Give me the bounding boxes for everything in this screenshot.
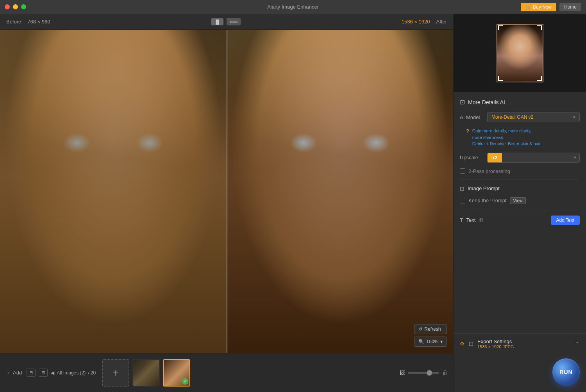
maximize-btn[interactable] (21, 4, 26, 9)
window-controls (5, 4, 26, 9)
corner-bl (498, 76, 503, 81)
preview-face (497, 25, 543, 82)
help-text-line3: Deblur + Denoise. Better skin & hair (472, 141, 541, 147)
main-layout: Before 768 × 960 ▐▌ ▭▭ 1536 × 1920 After (0, 14, 586, 392)
thumbnail-check-icon: ✓ (182, 378, 188, 385)
add-image-button[interactable]: ＋ Add (5, 368, 23, 378)
export-title: Export Settings (477, 339, 514, 344)
settings-panel: ⊡ More Details AI AI Model More-Detail G… (454, 92, 586, 333)
thumbnail-2[interactable]: ✓ (163, 359, 190, 387)
split-icon: ▐▌ (214, 20, 220, 24)
two-pass-row: 2-Pass processing (460, 168, 580, 174)
cart-icon: 🛒 (525, 4, 531, 10)
right-panel: ⊡ More Details AI AI Model More-Detail G… (453, 14, 586, 392)
two-pass-checkbox[interactable] (460, 168, 465, 174)
app-title: Aiarty Image Enhancer (267, 4, 319, 10)
view-prompt-button[interactable]: View (510, 197, 526, 204)
image-size-icon: 🖼 (400, 370, 405, 376)
zoom-dropdown-icon: ▾ (440, 339, 443, 344)
size-slider[interactable] (408, 372, 439, 374)
corner-br (537, 76, 542, 81)
enhance-icon: ⊡ (460, 98, 465, 106)
refresh-icon: ↺ (418, 326, 422, 332)
filmstrip-thumbs: + ✓ (102, 359, 400, 387)
canvas-overlay-controls: ↺ Refresh 🔍 100% ▾ (414, 324, 447, 347)
filmstrip-left: ＋ Add ⊞ ⊟ ◀ All Images (2) / 20 (5, 368, 96, 378)
image-prompt-row: ⊡ Image Prompt (460, 185, 580, 192)
preview-area (454, 14, 586, 92)
text-label: Text (466, 217, 476, 223)
run-container: RUN (454, 354, 586, 392)
titlebar-actions: 🛒 Buy Now Home (521, 3, 581, 11)
export-settings: ⚙ ⊡ Export Settings 1536 × 1920 JPEG ⌃ (454, 333, 586, 354)
upscale-dropdown-icon: ▾ (502, 155, 579, 160)
grid-view-button[interactable]: ⊞ (27, 369, 36, 377)
zoom-control[interactable]: 🔍 100% ▾ (414, 337, 447, 347)
after-image (227, 30, 453, 353)
add-text-button[interactable]: Add Text (551, 216, 580, 225)
text-trash-icon[interactable]: 🗑 (479, 217, 484, 223)
preview-thumbnail (497, 24, 543, 82)
chevron-up-icon[interactable]: ⌃ (575, 341, 580, 347)
buy-now-button[interactable]: 🛒 Buy Now (521, 3, 556, 11)
image-prompt-icon: ⊡ (460, 185, 465, 192)
corner-tl (498, 25, 503, 30)
plus-icon-thumb: + (113, 367, 119, 379)
section-title-text: More Details AI (468, 99, 505, 105)
after-size: 1536 × 1920 (402, 19, 430, 25)
filmstrip: ＋ Add ⊞ ⊟ ◀ All Images (2) / 20 + (0, 353, 453, 392)
run-button[interactable]: RUN (552, 358, 580, 386)
zoom-icon: 🔍 (418, 339, 424, 344)
split-controls: ▐▌ ▭▭ (211, 18, 241, 25)
keep-prompt-checkbox[interactable] (460, 198, 465, 203)
refresh-button[interactable]: ↺ Refresh (414, 324, 447, 334)
help-text-line2: more sharpness. (472, 134, 541, 141)
ai-model-label: AI Model (460, 114, 487, 120)
ai-model-row: AI Model More-Detail GAN v2 ▾ (460, 112, 580, 122)
export-left: ⚙ ⊡ Export Settings 1536 × 1920 JPEG (460, 339, 514, 349)
after-label: After (436, 19, 447, 25)
ai-model-value: More-Detail GAN v2 (491, 114, 533, 120)
images-count: ◀ All Images (2) / 20 (51, 370, 96, 376)
export-size: 1536 × 1920 (477, 344, 501, 349)
side-by-side-btn[interactable]: ▭▭ (227, 18, 241, 25)
delete-image-button[interactable]: 🗑 (442, 369, 448, 376)
thumbnail-1[interactable] (132, 359, 160, 387)
help-text: Gain more details, more clarity, more sh… (472, 128, 541, 147)
divider-2 (460, 210, 580, 210)
text-row: T Text 🗑 Add Text (460, 216, 580, 225)
before-label: Before (6, 19, 21, 25)
two-pass-label: 2-Pass processing (468, 168, 510, 174)
keep-prompt-label: Keep the Prompt (468, 198, 507, 203)
ai-model-select[interactable]: More-Detail GAN v2 ▾ (487, 112, 580, 122)
export-info: Export Settings 1536 × 1920 JPEG (477, 339, 514, 349)
gear-icon: ⚙ (460, 341, 465, 347)
thumbnail-image-1 (133, 360, 159, 386)
filmstrip-right: 🖼 🗑 (400, 369, 448, 376)
grid-icon: ⊞ (29, 370, 33, 375)
list-view-button[interactable]: ⊟ (39, 369, 48, 377)
close-btn[interactable] (5, 4, 10, 9)
upscale-select[interactable]: x2 ▾ (487, 153, 580, 163)
export-icon: ⊡ (468, 340, 473, 347)
help-text-row: ? Gain more details, more clarity, more … (466, 128, 580, 147)
before-hair (0, 30, 227, 353)
titlebar: Aiarty Image Enhancer 🛒 Buy Now Home (0, 0, 586, 14)
image-canvas: ↺ Refresh 🔍 100% ▾ (0, 30, 453, 353)
divider-1 (460, 180, 580, 180)
trash-icon: 🗑 (442, 369, 448, 376)
home-button[interactable]: Home (559, 3, 581, 11)
add-thumb-button[interactable]: + (102, 359, 129, 387)
minimize-btn[interactable] (13, 4, 18, 9)
after-hair (227, 30, 453, 353)
upscale-row: Upscale x2 ▾ (460, 153, 580, 163)
keep-prompt-row: Keep the Prompt View (460, 197, 580, 204)
size-slider-thumb[interactable] (427, 370, 432, 376)
upscale-value: x2 (488, 153, 502, 162)
export-format: JPEG (503, 344, 514, 349)
split-view-btn[interactable]: ▐▌ (211, 18, 223, 25)
split-divider (227, 30, 227, 353)
export-sub: 1536 × 1920 JPEG (477, 344, 514, 349)
section-title: ⊡ More Details AI (460, 97, 580, 106)
image-prompt-label: Image Prompt (468, 185, 500, 191)
